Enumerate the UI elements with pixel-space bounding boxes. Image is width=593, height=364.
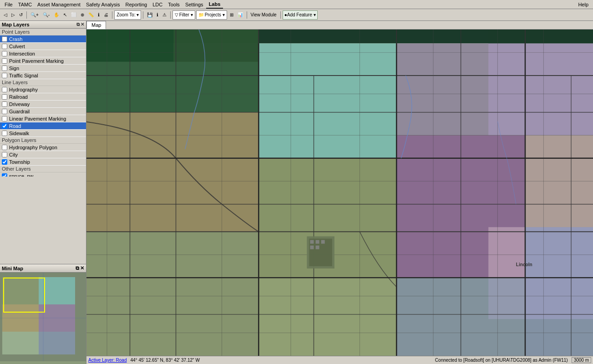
mini-map-title: Mini Map xyxy=(2,266,23,271)
menu-help[interactable]: Help xyxy=(575,1,591,8)
mini-map-svg xyxy=(0,273,86,361)
svg-rect-15 xyxy=(488,43,593,135)
layer-city-label: City xyxy=(9,152,18,157)
layer-crash[interactable]: Crash xyxy=(0,35,86,43)
toolbar-zoom-box[interactable]: ⬜ xyxy=(69,10,78,20)
layer-township-checkbox[interactable] xyxy=(2,159,7,165)
toolbar-info2[interactable]: ℹ xyxy=(155,10,160,20)
layer-intersection-checkbox[interactable] xyxy=(2,51,7,56)
toolbar-zoom-in[interactable]: 🔍+ xyxy=(29,10,41,20)
menu-file[interactable]: File xyxy=(2,1,15,8)
layer-hydrography-polygon[interactable]: Hydrography Polygon xyxy=(0,144,86,151)
toolbar-refresh[interactable]: ↺ xyxy=(17,10,25,20)
svg-rect-5 xyxy=(2,332,39,354)
svg-rect-1 xyxy=(2,277,39,304)
svg-rect-6 xyxy=(39,332,75,354)
svg-rect-22 xyxy=(258,278,396,356)
layer-guardrail[interactable]: Guardrail xyxy=(0,108,86,115)
menu-labs[interactable]: Labs xyxy=(206,0,223,9)
layer-railroad[interactable]: Railroad xyxy=(0,93,86,101)
toolbar-warning[interactable]: ⚠ xyxy=(161,10,168,20)
layer-spruce-nw[interactable]: spruce_nw xyxy=(0,172,86,177)
menu-ldc[interactable]: LDC xyxy=(150,1,165,8)
layer-guardrail-checkbox[interactable] xyxy=(2,109,7,114)
toolbar-print[interactable]: 🖨 xyxy=(102,10,110,20)
svg-rect-21 xyxy=(86,232,258,356)
layer-culvert[interactable]: Culvert xyxy=(0,43,86,50)
connection-info: Connected to [Roadsoft] on [UHURA\TDG200… xyxy=(435,358,568,363)
layer-spruce-nw-cb[interactable] xyxy=(2,173,7,177)
svg-rect-24 xyxy=(525,227,593,356)
layer-township[interactable]: Township xyxy=(0,158,86,166)
toolbar-identify[interactable]: ℹ xyxy=(96,10,101,20)
layer-township-label: Township xyxy=(9,159,30,165)
svg-rect-68 xyxy=(310,246,314,249)
layer-city-checkbox[interactable] xyxy=(2,152,7,157)
layer-sign[interactable]: Sign xyxy=(0,65,86,72)
mini-map-panel: Mini Map ⧉ ✕ xyxy=(0,264,86,364)
menu-asset-management[interactable]: Asset Management xyxy=(35,1,83,8)
toolbar-chart[interactable]: 📊 xyxy=(236,10,245,20)
menu-tools[interactable]: Tools xyxy=(165,1,182,8)
layer-linear-pavement-marking[interactable]: Linear Pavement Marking xyxy=(0,115,86,122)
toolbar: ◁ ▷ ↺ 🔍+ 🔍- ✋ ↖ ⬜ ⊕ 📏 ℹ 🖨 Zoom To: ▾ 💾 ℹ… xyxy=(0,9,593,21)
map-layers-float-icon[interactable]: ⧉ xyxy=(76,22,80,27)
map-layers-icons: ⧉ ✕ xyxy=(76,22,84,27)
layer-intersection[interactable]: Intersection xyxy=(0,50,86,57)
layer-lpm-label: Linear Pavement Marking xyxy=(9,116,66,121)
layer-sidewalk[interactable]: Sidewalk xyxy=(0,130,86,137)
separator-2 xyxy=(112,11,112,19)
menu-bar: File TAMC Asset Management Safety Analys… xyxy=(0,0,593,9)
map-canvas[interactable]: Lincoln xyxy=(86,30,593,356)
toolbar-zoom-extent[interactable]: ⊕ xyxy=(79,10,86,20)
add-feature-btn[interactable]: ● Add Feature ▾ xyxy=(283,10,318,20)
toolbar-save[interactable]: 💾 xyxy=(145,10,154,20)
zoom-to-dropdown[interactable]: Zoom To: ▾ xyxy=(114,10,141,20)
toolbar-grid[interactable]: ⊞ xyxy=(228,10,235,20)
view-module-btn[interactable]: View Module xyxy=(249,10,279,20)
map-scale: 3000 m xyxy=(572,357,591,363)
projects-label: Projects ▾ xyxy=(205,12,225,17)
toolbar-measure[interactable]: 📏 xyxy=(86,10,96,20)
toolbar-select[interactable]: ↖ xyxy=(61,10,69,20)
layer-sign-checkbox[interactable] xyxy=(2,66,7,71)
map-status-bar: Active Layer: Road 44° 45' 12.65" N, 83°… xyxy=(86,356,593,364)
layer-road[interactable]: Road xyxy=(0,122,86,130)
layer-road-checkbox[interactable] xyxy=(2,123,7,129)
toolbar-zoom-out[interactable]: 🔍- xyxy=(41,10,51,20)
layer-traffic-signal-checkbox[interactable] xyxy=(2,73,7,78)
layer-hp-checkbox[interactable] xyxy=(2,145,7,150)
mini-map-float-icon[interactable]: ⧉ xyxy=(76,265,79,271)
layer-lpm-checkbox[interactable] xyxy=(2,116,7,121)
layer-railroad-checkbox[interactable] xyxy=(2,94,7,100)
map-layers-header: Map Layers ⧉ ✕ xyxy=(0,21,86,29)
menu-tamc[interactable]: TAMC xyxy=(15,1,35,8)
layer-crash-checkbox[interactable] xyxy=(2,36,7,42)
layer-sidewalk-checkbox[interactable] xyxy=(2,131,7,136)
layer-hydrography-checkbox[interactable] xyxy=(2,87,7,92)
projects-dropdown[interactable]: 📁 Projects ▾ xyxy=(196,10,227,20)
layer-culvert-checkbox[interactable] xyxy=(2,44,7,49)
toolbar-pan[interactable]: ✋ xyxy=(52,10,61,20)
layer-driveway-checkbox[interactable] xyxy=(2,101,7,107)
map-layers-close-icon[interactable]: ✕ xyxy=(81,22,84,27)
menu-safety-analysis[interactable]: Safety Analysis xyxy=(83,1,123,8)
layer-ppm-checkbox[interactable] xyxy=(2,58,7,64)
mini-map-close-icon[interactable]: ✕ xyxy=(80,265,84,271)
layer-city[interactable]: City xyxy=(0,151,86,158)
active-layer-link[interactable]: Active Layer: Road xyxy=(88,358,127,363)
toolbar-back[interactable]: ◁ xyxy=(2,10,9,20)
toolbar-forward[interactable]: ▷ xyxy=(10,10,17,20)
svg-rect-66 xyxy=(315,240,319,244)
menu-reporting[interactable]: Reporting xyxy=(122,1,150,8)
layer-driveway[interactable]: Driveway xyxy=(0,101,86,108)
menu-settings[interactable]: Settings xyxy=(182,1,206,8)
svg-rect-67 xyxy=(321,240,325,244)
filter-dropdown[interactable]: ▽ Filter ▾ xyxy=(172,10,195,20)
layers-scroll[interactable]: Point Layers Crash Culvert Intersection … xyxy=(0,29,86,177)
map-tab[interactable]: Map xyxy=(86,21,106,29)
layer-hydrography[interactable]: Hydrography xyxy=(0,86,86,93)
layer-point-pavement-marking[interactable]: Point Pavement Marking xyxy=(0,57,86,65)
separator-3 xyxy=(143,11,143,19)
layer-traffic-signal[interactable]: Traffic Signal xyxy=(0,72,86,79)
